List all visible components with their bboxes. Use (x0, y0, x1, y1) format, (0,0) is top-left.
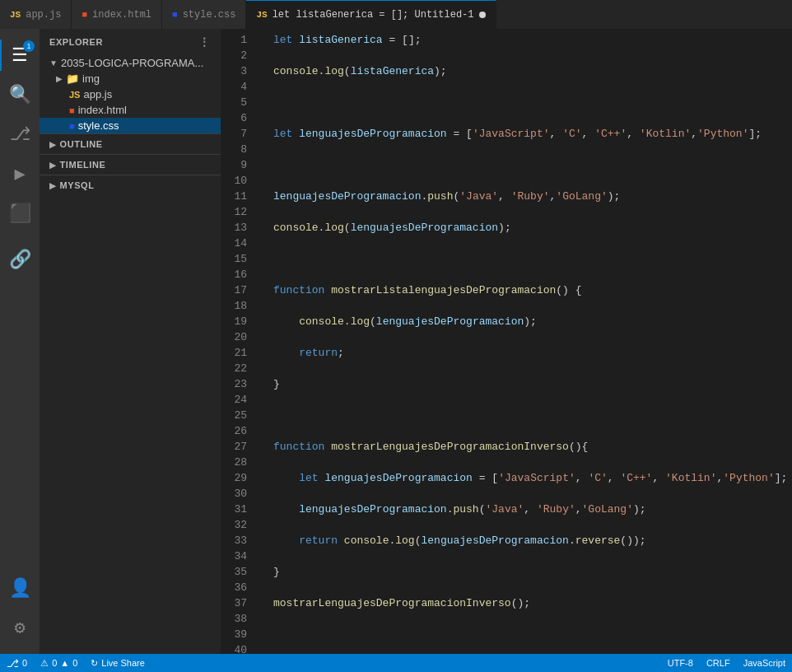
warnings-label: 0 (72, 658, 77, 668)
timeline-label: TIMELINE (60, 160, 106, 170)
tab-label: style.css (183, 9, 236, 21)
file-index-html[interactable]: ■ index.html (40, 102, 221, 118)
file-app-js[interactable]: JS app.js (40, 86, 221, 102)
line-10: console.log(lenguajesDeProgramacion); (260, 314, 792, 329)
activity-explorer[interactable]: ☰ 1 (0, 35, 40, 75)
line-17: return console.log(lenguajesDeProgramaci… (260, 533, 792, 548)
chevron-right-icon: ▶ (49, 181, 57, 190)
mysql-header[interactable]: ▶ MYSQL (40, 175, 221, 195)
sidebar-title: EXPLORER (49, 37, 103, 47)
html-file-icon: ■ (69, 105, 75, 115)
outline-label: OUTLINE (60, 139, 103, 149)
folder-icon: 📁 (66, 72, 79, 85)
sidebar-menu-icon[interactable]: ⋮ (198, 35, 211, 49)
folder-root[interactable]: ▼ 2035-LOGICA-PROGRAMA... (40, 55, 221, 71)
outline-header[interactable]: ▶ OUTLINE (40, 134, 221, 154)
activity-source-control[interactable]: ⎇ (0, 114, 40, 154)
live-share-label: Live Share (101, 658, 145, 668)
status-language[interactable]: JavaScript (737, 654, 792, 672)
status-live-share[interactable]: ↻ Live Share (84, 654, 151, 672)
chevron-right-icon: ▶ (49, 140, 57, 149)
error-icon: ⚠ (40, 658, 49, 669)
status-left: ⎇ 0 ⚠ 0 ▲ 0 ↻ Live Share (0, 654, 151, 672)
line-20 (260, 627, 792, 642)
tab-style-css[interactable]: ■ style.css (162, 0, 246, 29)
activity-account[interactable]: 👤 (0, 568, 40, 608)
errors-label: 0 (52, 658, 57, 668)
remote-icon: 🔗 (9, 249, 31, 271)
css-file-icon: ■ (69, 121, 75, 131)
live-share-icon: ↻ (91, 658, 98, 669)
line-4: let lenguajesDeProgramacion = ['JavaScri… (260, 126, 792, 142)
tab-app-js[interactable]: JS app.js (0, 0, 72, 29)
line-19: mostrarLenguajesDeProgramacionInverso(); (260, 595, 792, 611)
line-5 (260, 157, 792, 173)
tab-untitled-1[interactable]: JS let listaGenerica = []; Untitled-1 (246, 0, 496, 29)
tab-label-active: let listaGenerica = []; Untitled-1 (273, 9, 474, 21)
tab-label: index.html (92, 9, 151, 21)
chevron-right-icon: ▶ (49, 161, 57, 170)
activity-search[interactable]: 🔍 (0, 75, 40, 114)
chevron-right-icon: ▶ (56, 74, 63, 83)
debug-icon: ▶ (14, 163, 25, 185)
folder-img[interactable]: ▶ 📁 img (40, 71, 221, 86)
git-branch-icon: ⎇ (7, 657, 19, 670)
line-16: lenguajesDeProgramacion.push('Java', 'Ru… (260, 502, 792, 517)
account-icon: 👤 (9, 577, 31, 600)
line-15: let lenguajesDeProgramacion = ['JavaScri… (260, 470, 792, 486)
line-8 (260, 251, 792, 267)
status-eol[interactable]: CRLF (700, 654, 737, 672)
css-icon: ■ (172, 10, 178, 20)
line-13 (260, 408, 792, 423)
git-icon: ⎇ (10, 124, 30, 146)
line-3 (260, 95, 792, 110)
eol-label: CRLF (706, 658, 730, 668)
activity-debug[interactable]: ▶ (0, 154, 40, 194)
folder-img-label: img (82, 72, 100, 85)
activity-settings[interactable]: ⚙ (0, 608, 40, 647)
status-encoding[interactable]: UTF-8 (661, 654, 700, 672)
language-label: JavaScript (743, 658, 785, 668)
js-file-icon: JS (69, 90, 80, 100)
error-text: ▲ (60, 658, 69, 668)
section-outline: ▶ OUTLINE (40, 133, 221, 154)
badge: 1 (23, 40, 35, 52)
file-style-css[interactable]: ■ style.css (40, 118, 221, 133)
status-bar: ⎇ 0 ⚠ 0 ▲ 0 ↻ Live Share UTF-8 CRLF Java… (0, 654, 792, 672)
tab-label: app.js (26, 9, 61, 21)
status-errors[interactable]: ⚠ 0 ▲ 0 (34, 654, 84, 672)
status-right: UTF-8 CRLF JavaScript (661, 654, 792, 672)
line-6: lenguajesDeProgramacion.push('Java', 'Ru… (260, 189, 792, 204)
activity-remote[interactable]: 🔗 (0, 240, 40, 279)
modified-dot (479, 12, 486, 18)
section-timeline: ▶ TIMELINE (40, 154, 221, 175)
editor-area: 12345 678910 1112131415 1617181920 21222… (221, 29, 792, 654)
file-label: index.html (78, 104, 127, 116)
line-11: return; (260, 345, 792, 361)
code-editor[interactable]: 12345 678910 1112131415 1617181920 21222… (221, 29, 792, 654)
git-branch-label: 0 (22, 658, 27, 668)
activity-bar: ☰ 1 🔍 ⎇ ▶ ⬛ 🔗 👤 ⚙ (0, 29, 40, 654)
search-icon: 🔍 (9, 84, 31, 106)
line-12: } (260, 376, 792, 392)
tab-index-html[interactable]: ■ index.html (72, 0, 162, 29)
file-label: app.js (83, 88, 112, 100)
sidebar-header: EXPLORER ⋮ (40, 29, 221, 55)
sidebar: EXPLORER ⋮ ▼ 2035-LOGICA-PROGRAMA... ▶ 📁… (40, 29, 221, 654)
main-layout: ☰ 1 🔍 ⎇ ▶ ⬛ 🔗 👤 ⚙ EXPLORER (0, 29, 792, 654)
line-1: let listaGenerica = []; (260, 32, 792, 48)
line-18: } (260, 564, 792, 580)
timeline-header[interactable]: ▶ TIMELINE (40, 155, 221, 175)
folder-tree: ▼ 2035-LOGICA-PROGRAMA... ▶ 📁 img JS app… (40, 55, 221, 654)
html-icon: ■ (82, 10, 87, 20)
folder-name: 2035-LOGICA-PROGRAMA... (61, 57, 203, 69)
code-content[interactable]: let listaGenerica = []; console.log(list… (260, 29, 792, 654)
line-9: function mostrarListalenguajesDePrograma… (260, 282, 792, 298)
activity-extensions[interactable]: ⬛ (0, 194, 40, 233)
section-mysql: ▶ MYSQL (40, 175, 221, 195)
chevron-down-icon: ▼ (49, 58, 58, 68)
mysql-label: MYSQL (60, 180, 95, 190)
status-git[interactable]: ⎇ 0 (0, 654, 34, 672)
line-numbers: 12345 678910 1112131415 1617181920 21222… (221, 29, 260, 654)
settings-icon: ⚙ (14, 617, 25, 639)
